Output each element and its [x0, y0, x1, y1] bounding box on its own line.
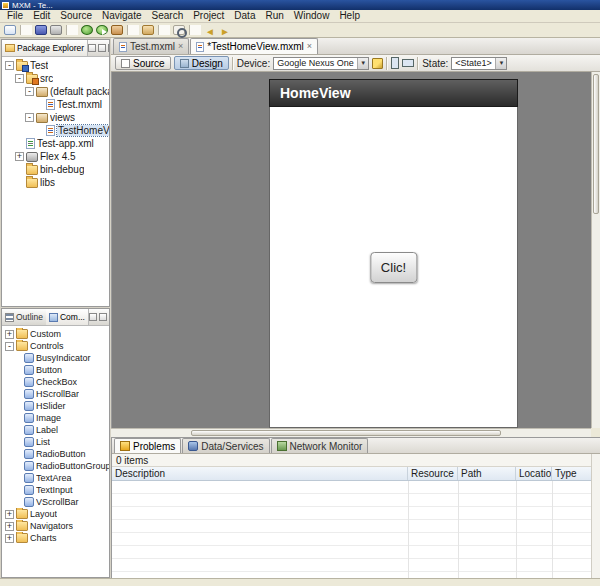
scrollbar-thumb[interactable] [191, 430, 501, 436]
tab-network-monitor[interactable]: Network Monitor [271, 438, 369, 453]
tree-expander-icon[interactable] [15, 178, 24, 187]
export-release-icon[interactable] [142, 25, 154, 35]
device-select[interactable]: Google Nexus One ▼ [273, 57, 369, 70]
tree-expander-icon[interactable]: + [5, 522, 14, 531]
menu-item[interactable]: Source [55, 10, 97, 22]
debug-icon[interactable] [81, 25, 93, 35]
column-header[interactable]: Path [458, 467, 516, 480]
close-tab-icon[interactable]: × [178, 42, 183, 51]
profile-icon[interactable] [111, 25, 123, 35]
component-item[interactable]: TextInput [2, 484, 109, 496]
scrollbar-thumb[interactable] [593, 74, 599, 214]
tree-expander-icon[interactable] [15, 139, 24, 148]
tree-expander-icon[interactable]: + [15, 152, 24, 161]
component-item[interactable]: Button [2, 364, 109, 376]
tree-item[interactable]: libs [2, 176, 109, 189]
minimize-icon[interactable] [89, 313, 97, 321]
component-item[interactable]: BusyIndicator [2, 352, 109, 364]
tab-problems[interactable]: Problems [114, 438, 181, 453]
tree-expander-icon[interactable] [13, 474, 22, 483]
component-item[interactable]: Image [2, 412, 109, 424]
menu-item[interactable]: Data [229, 10, 260, 22]
tree-expander-icon[interactable] [13, 426, 22, 435]
tree-expander-icon[interactable] [13, 462, 22, 471]
tree-item[interactable]: Test.mxml [2, 98, 109, 111]
tab-components[interactable]: Com... [46, 309, 89, 325]
clic-button[interactable]: Clic! [370, 252, 417, 283]
design-canvas[interactable]: HomeView Clic! [111, 72, 591, 428]
close-tab-icon[interactable]: × [307, 42, 312, 51]
tree-item[interactable]: bin-debug [2, 163, 109, 176]
tree-expander-icon[interactable]: - [5, 342, 14, 351]
tree-expander-icon[interactable]: + [5, 330, 14, 339]
menu-item[interactable]: Run [260, 10, 288, 22]
minimize-icon[interactable] [108, 44, 109, 52]
source-button[interactable]: Source [115, 56, 171, 70]
landscape-orientation-icon[interactable] [402, 59, 414, 67]
tab-test-mxml[interactable]: Test.mxml × [113, 38, 189, 54]
component-item[interactable]: CheckBox [2, 376, 109, 388]
tree-expander-icon[interactable]: + [5, 510, 14, 519]
tree-expander-icon[interactable]: - [25, 113, 34, 122]
menu-item[interactable]: Search [147, 10, 189, 22]
print-icon[interactable] [50, 25, 62, 35]
maximize-icon[interactable] [99, 313, 107, 321]
tree-item[interactable]: - (default package) [2, 85, 109, 98]
tree-item[interactable]: - src [2, 72, 109, 85]
component-item[interactable]: + Layout [2, 508, 109, 520]
search-icon[interactable] [173, 25, 185, 35]
tree-expander-icon[interactable]: + [5, 534, 14, 543]
tab-data-services[interactable]: Data/Services [182, 438, 269, 453]
collapse-all-icon[interactable] [88, 44, 96, 52]
tree-expander-icon[interactable] [13, 390, 22, 399]
menu-item[interactable]: Help [334, 10, 365, 22]
table-scrollbar[interactable] [591, 454, 600, 578]
view-menu-icon[interactable] [98, 44, 106, 52]
state-select[interactable]: <State1> ▼ [451, 57, 507, 70]
design-button[interactable]: Design [174, 56, 229, 70]
menu-item[interactable]: Window [289, 10, 335, 22]
save-icon[interactable] [35, 25, 47, 35]
tree-item[interactable]: - Test [2, 59, 109, 72]
tree-expander-icon[interactable] [13, 438, 22, 447]
component-item[interactable]: VScrollBar [2, 496, 109, 508]
tree-expander-icon[interactable] [13, 354, 22, 363]
menu-item[interactable]: Navigate [97, 10, 146, 22]
menu-item[interactable]: File [2, 10, 28, 22]
horizontal-scrollbar[interactable] [111, 428, 591, 437]
tree-expander-icon[interactable] [35, 126, 44, 135]
component-item[interactable]: - Controls [2, 340, 109, 352]
column-header[interactable]: Description [112, 467, 408, 480]
tree-item[interactable]: + Flex 4.5 [2, 150, 109, 163]
tab-package-explorer[interactable]: Package Explorer [2, 40, 88, 56]
tree-expander-icon[interactable] [13, 366, 22, 375]
tab-outline[interactable]: Outline [2, 309, 46, 325]
component-item[interactable]: HSlider [2, 400, 109, 412]
new-file-icon[interactable] [4, 25, 16, 35]
component-item[interactable]: List [2, 436, 109, 448]
component-item[interactable]: Label [2, 424, 109, 436]
tree-item[interactable]: Test-app.xml [2, 137, 109, 150]
back-icon[interactable] [204, 25, 216, 35]
tree-expander-icon[interactable]: - [5, 61, 14, 70]
tree-item[interactable]: - views [2, 111, 109, 124]
vertical-scrollbar[interactable] [591, 72, 600, 428]
component-item[interactable]: + Navigators [2, 520, 109, 532]
component-item[interactable]: RadioButtonGroup [2, 460, 109, 472]
tree-expander-icon[interactable] [13, 450, 22, 459]
menu-item[interactable]: Project [188, 10, 229, 22]
tab-testhomeview-mxml[interactable]: *TestHomeView.mxml × [190, 38, 318, 54]
column-header[interactable]: Type [552, 467, 591, 480]
tree-expander-icon[interactable] [15, 165, 24, 174]
portrait-orientation-icon[interactable] [391, 57, 399, 69]
tree-item[interactable]: TestHomeView.mxml [2, 124, 109, 137]
tree-expander-icon[interactable] [13, 378, 22, 387]
menu-item[interactable]: Edit [28, 10, 55, 22]
tree-expander-icon[interactable] [13, 498, 22, 507]
component-item[interactable]: + Charts [2, 532, 109, 544]
column-header[interactable]: Location [516, 467, 552, 480]
tree-expander-icon[interactable] [35, 100, 44, 109]
forward-icon[interactable] [219, 25, 231, 35]
tree-expander-icon[interactable] [13, 486, 22, 495]
component-item[interactable]: + Custom [2, 328, 109, 340]
